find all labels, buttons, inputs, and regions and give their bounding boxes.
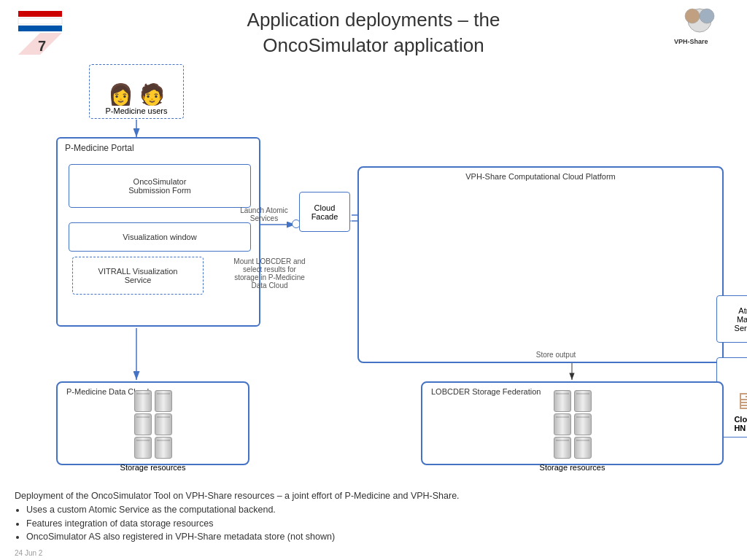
users-box: 👩 🧑 P-Medicine users xyxy=(89,64,184,119)
slide-title: Application deployments – the OncoSimula… xyxy=(174,7,573,58)
svg-rect-0 xyxy=(18,11,62,17)
diagram: 👩 🧑 P-Medicine users P-Medicine Portal O… xyxy=(16,64,731,421)
bottom-main: Deployment of the OncoSimulator Tool on … xyxy=(15,489,732,503)
portal-label: P-Medicine Portal xyxy=(65,143,134,153)
header: 7 COOPERATI Application deployments – th… xyxy=(15,7,732,58)
svg-rect-2 xyxy=(18,26,62,31)
svg-point-7 xyxy=(685,9,700,23)
lobcder-storage-label: Storage resources xyxy=(540,463,605,472)
portal-box: P-Medicine Portal OncoSimulator Submissi… xyxy=(56,137,260,327)
pm-storage-label: Storage resources xyxy=(120,463,186,472)
vph-platform-label: VPH-Share Computational Cloud Platform xyxy=(465,172,615,181)
slide: 7 COOPERATI Application deployments – th… xyxy=(0,0,747,560)
bottom-text: Deployment of the OncoSimulator Tool on … xyxy=(15,489,732,544)
bottom-bullets: Uses a custom Atomic Service as the comp… xyxy=(26,503,732,544)
users-label: P-Medicine users xyxy=(106,106,168,115)
launch-label: Launch Atomic Services xyxy=(231,206,297,222)
svg-point-8 xyxy=(700,9,714,23)
lobcder-label: LOBCDER Storage Federation xyxy=(431,387,541,396)
cloud-facade: Cloud Facade xyxy=(299,192,350,232)
lobcder-storage: LOBCDER Storage Federation Storage resou… xyxy=(421,381,724,465)
svg-text:7: 7 xyxy=(38,38,46,54)
svg-text:VPH-Share: VPH-Share xyxy=(674,38,708,45)
visualization-window: Visualization window xyxy=(69,222,251,252)
bullet-3: OncoSimulator AS also registered in VPH-… xyxy=(26,530,732,544)
vitrall-service: VITRALL Visualization Service xyxy=(72,257,204,295)
mount-label: Mount LOBCDER and select results for sto… xyxy=(231,257,308,289)
bullet-2: Features integration of data storage res… xyxy=(26,517,732,531)
pmedicine-data: P-Medicine Data Cloud Storage resources xyxy=(56,381,249,465)
ams-box: Atmosphere Management Service (AMS) xyxy=(716,295,747,343)
bullet-1: Uses a custom Atomic Service as the comp… xyxy=(26,503,732,517)
store-output-label: Store output xyxy=(527,351,585,359)
submission-form: OncoSimulator Submission Form xyxy=(69,164,251,208)
vph-logo: VPH-Share xyxy=(667,7,732,58)
users-icon: 👩 🧑 xyxy=(108,85,165,105)
svg-rect-1 xyxy=(18,18,62,24)
vph-platform: VPH-Share Computational Cloud Platform A… xyxy=(357,166,724,363)
cooperati-logo: 7 COOPERATI xyxy=(15,7,80,58)
date-label: 24 Jun 2 xyxy=(15,549,42,557)
